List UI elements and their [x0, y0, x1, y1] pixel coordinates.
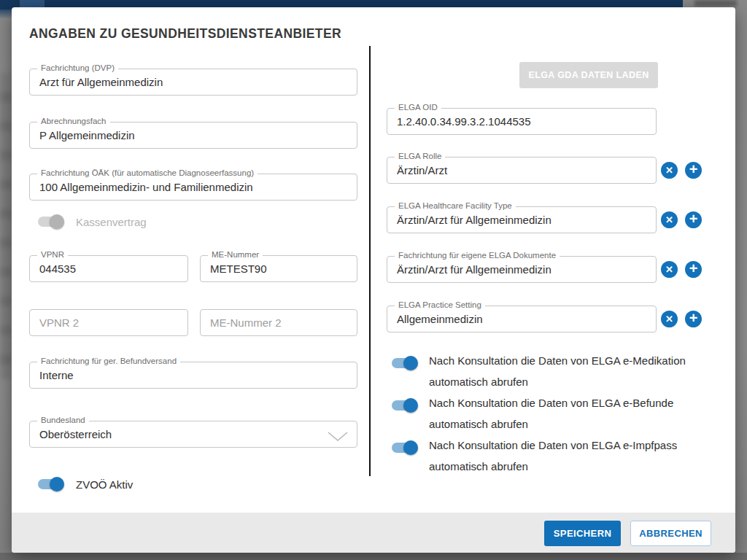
kassenvertrag-toggle[interactable]	[36, 214, 66, 229]
me-nummer2-placeholder: ME-Nummer 2	[210, 310, 282, 335]
bundesland-value: Oberösterreich	[39, 421, 112, 447]
background-app-tab	[20, 0, 44, 7]
zvoo-toggle-label: ZVOÖ Aktiv	[76, 478, 133, 491]
add-icon: +	[685, 211, 702, 227]
befundversand-value: Interne	[39, 362, 74, 388]
column-divider	[369, 46, 371, 476]
elga-facility-type-field[interactable]: ELGA Healthcare Facility Type Ärztin/Arz…	[387, 206, 657, 233]
elga-practice-setting-add-button[interactable]: +	[685, 311, 702, 327]
elga-practice-setting-field[interactable]: ELGA Practice Setting Allgemeinmedizin	[387, 306, 657, 332]
elga-practice-setting-value: Allgemeinmedizin	[397, 306, 483, 332]
chevron-down-icon	[328, 431, 348, 444]
elga-dokumente-field[interactable]: Fachrichtung für eigene ELGA Dokumente Ä…	[387, 256, 657, 283]
background-app-content	[0, 73, 12, 379]
fachrichtung-oaek-field[interactable]: Fachrichtung ÖÄK (für automatische Diagn…	[29, 174, 357, 201]
befundversand-field[interactable]: Fachrichtung für ger. Befundversand Inte…	[29, 362, 357, 389]
zvoo-toggle[interactable]	[36, 477, 66, 491]
elga-practice-setting-remove-button[interactable]: ✕	[661, 311, 678, 327]
me-nummer2-field[interactable]: ME-Nummer 2	[200, 309, 357, 336]
me-nummer-field[interactable]: ME-Nummer METEST90	[200, 255, 357, 282]
fachrichtung-oaek-value: 100 Allgemeinmedizin- und Familienmedizi…	[39, 174, 253, 200]
vpnr-field[interactable]: VPNR 044535	[29, 255, 188, 282]
gda-dialog: ANGABEN ZU GESUNDHEITSDIENSTEANBIETER Fa…	[12, 7, 735, 553]
elga-gda-daten-laden-button[interactable]: ELGA GDA DATEN LADEN	[519, 62, 658, 88]
remove-icon: ✕	[661, 261, 678, 278]
ebefunde-toggle-label: Nach Konsultation die Daten von ELGA e-B…	[429, 392, 697, 435]
vpnr2-placeholder: VPNR 2	[39, 310, 79, 335]
eimpfpass-toggle[interactable]	[390, 440, 419, 455]
add-icon: +	[685, 311, 702, 326]
dialog-footer: SPEICHERN ABBRECHEN	[12, 513, 735, 553]
eimpfpass-toggle-label: Nach Konsultation die Daten von ELGA e-I…	[429, 435, 697, 477]
abrechnungsfach-value: P Allgemeinmedizin	[39, 122, 135, 148]
remove-icon: ✕	[661, 311, 678, 327]
elga-rolle-field[interactable]: ELGA Rolle Ärztin/Arzt	[387, 157, 657, 184]
remove-icon: ✕	[661, 162, 678, 179]
background-app-footer	[0, 553, 747, 560]
add-icon: +	[685, 261, 702, 276]
elga-facility-type-value: Ärztin/Arzt für Allgemeinmedizin	[397, 207, 551, 233]
elga-oid-value: 1.2.40.0.34.99.3.2.1044535	[397, 109, 531, 134]
emedikation-toggle[interactable]	[390, 356, 419, 370]
me-nummer-value: METEST90	[210, 256, 267, 281]
elga-rolle-remove-button[interactable]: ✕	[661, 162, 678, 179]
bundesland-select[interactable]: Bundesland Oberösterreich	[29, 421, 357, 448]
elga-dokumente-add-button[interactable]: +	[685, 261, 702, 278]
speichern-button[interactable]: SPEICHERN	[544, 521, 621, 546]
abbrechen-button[interactable]: ABBRECHEN	[630, 521, 711, 546]
dialog-title: ANGABEN ZU GESUNDHEITSDIENSTEANBIETER	[29, 26, 341, 42]
vpnr2-field[interactable]: VPNR 2	[29, 309, 188, 336]
elga-dokumente-value: Ärztin/Arzt für Allgemeinmedizin	[397, 257, 551, 282]
elga-oid-field[interactable]: ELGA OID 1.2.40.0.34.99.3.2.1044535	[387, 108, 657, 135]
background-app-text	[694, 0, 737, 7]
elga-rolle-value: Ärztin/Arzt	[397, 158, 447, 183]
emedikation-toggle-label: Nach Konsultation die Daten von ELGA e-M…	[429, 350, 697, 392]
elga-facility-type-add-button[interactable]: +	[685, 211, 702, 228]
fachrichtung-dvp-field[interactable]: Fachrichtung (DVP) Arzt für Allgemeinmed…	[29, 69, 357, 96]
ebefunde-toggle[interactable]	[390, 398, 419, 413]
elga-dokumente-remove-button[interactable]: ✕	[661, 261, 678, 278]
background-fade	[0, 9, 12, 20]
vpnr-value: 044535	[39, 256, 76, 281]
abrechnungsfach-field[interactable]: Abrechnungsfach P Allgemeinmedizin	[29, 122, 357, 149]
elga-facility-type-remove-button[interactable]: ✕	[661, 211, 678, 228]
elga-rolle-add-button[interactable]: +	[685, 162, 702, 179]
add-icon: +	[685, 162, 702, 177]
remove-icon: ✕	[661, 211, 678, 228]
kassenvertrag-toggle-label: Kassenvertrag	[76, 216, 147, 228]
fachrichtung-dvp-value: Arzt für Allgemeinmedizin	[39, 69, 163, 95]
